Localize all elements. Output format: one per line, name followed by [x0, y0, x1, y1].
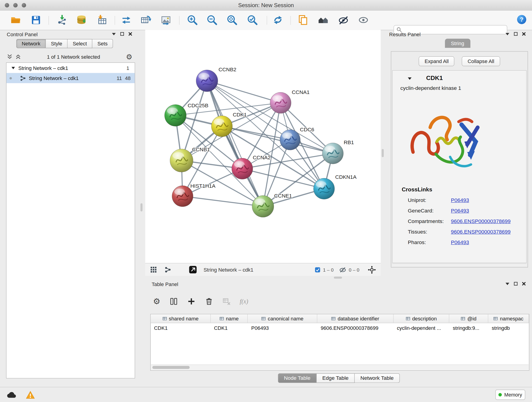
crosslink-link[interactable]: 9606.ENSP00000378699 — [451, 218, 510, 224]
splitter-handle[interactable] — [382, 149, 384, 157]
float-panel-icon[interactable] — [120, 32, 124, 36]
grid-view-icon[interactable] — [150, 267, 157, 273]
expand-all-icon[interactable] — [15, 54, 21, 59]
crosslink-link[interactable]: P06493 — [451, 197, 469, 203]
tree-expander-icon[interactable] — [11, 66, 15, 70]
column-header-canonical-name[interactable]: canonical name — [248, 314, 317, 323]
import-network-file-button[interactable] — [56, 14, 67, 26]
network-node-CCNB1[interactable] — [170, 149, 193, 172]
network-share-icon[interactable] — [165, 267, 171, 273]
cloud-status-button[interactable] — [5, 390, 18, 400]
panel-menu-icon[interactable] — [505, 282, 510, 286]
pan-crosshair-icon[interactable] — [368, 266, 376, 274]
warnings-button[interactable] — [24, 390, 37, 400]
column-header-database-identifier[interactable]: database identifier — [317, 314, 394, 323]
results-scrollbar[interactable] — [392, 263, 526, 266]
add-column-icon[interactable] — [187, 297, 196, 306]
network-node-CDC6[interactable] — [280, 130, 300, 150]
table-cell[interactable]: CDK1 — [210, 325, 248, 331]
close-panel-icon[interactable] — [522, 32, 526, 36]
network-collection-row[interactable]: String Network – cdk1 1 — [6, 63, 135, 73]
import-table-file-button[interactable] — [96, 14, 108, 26]
zoom-out-button[interactable] — [206, 14, 218, 26]
collapse-all-icon[interactable] — [7, 54, 13, 59]
save-session-button[interactable] — [30, 14, 42, 26]
column-header--id[interactable]: @id — [449, 314, 488, 323]
table-hscrollbar[interactable] — [151, 364, 529, 370]
hidden-eye-slash-icon[interactable] — [339, 267, 346, 273]
show-columns-icon[interactable] — [169, 297, 178, 306]
tab-node-table[interactable]: Node Table — [278, 373, 317, 383]
function-builder-button[interactable]: f(x) — [240, 298, 248, 305]
network-graph[interactable]: CCNB2CCNA1CDC25BCDK1CDC6RB1CCNB1CCNA2CDK… — [145, 30, 381, 263]
crosslink-link[interactable]: P06493 — [451, 208, 469, 214]
tab-string[interactable]: String — [445, 39, 470, 48]
network-node-CCNE1[interactable] — [252, 196, 274, 217]
network-node-CCNB2[interactable] — [196, 70, 218, 92]
network-node-CCNA2[interactable] — [232, 158, 253, 179]
network-node-RB1[interactable] — [322, 143, 343, 164]
panel-menu-icon[interactable] — [112, 32, 116, 36]
float-panel-icon[interactable] — [514, 32, 518, 36]
network-node-CDC25B[interactable] — [165, 104, 186, 126]
export-table-button[interactable] — [140, 14, 152, 26]
tab-network[interactable]: Network — [16, 39, 46, 48]
network-edge[interactable] — [207, 81, 280, 103]
table-options-gear-icon[interactable]: ⚙ — [153, 297, 160, 306]
memory-button[interactable]: Memory — [495, 390, 525, 400]
column-header-description[interactable]: description — [393, 314, 449, 323]
crosslink-link[interactable]: 9606.ENSP00000378699 — [451, 229, 510, 235]
home-button[interactable] — [317, 14, 329, 26]
tab-edge-table[interactable]: Edge Table — [317, 373, 355, 383]
crosslink-link[interactable]: P06493 — [451, 239, 469, 245]
network-edge[interactable] — [222, 126, 333, 153]
network-node-HIST1H1A[interactable] — [172, 186, 193, 207]
help-button[interactable]: ? — [516, 13, 527, 25]
open-session-button[interactable] — [10, 14, 21, 26]
close-panel-icon[interactable] — [522, 282, 526, 286]
network-node-CCNA1[interactable] — [270, 92, 291, 114]
network-canvas[interactable]: CCNB2CCNA1CDC25BCDK1CDC6RB1CCNB1CCNA2CDK… — [145, 30, 381, 263]
tab-network-table[interactable]: Network Table — [355, 373, 400, 383]
zoom-in-button[interactable] — [186, 14, 198, 26]
table-cell[interactable]: 9606.ENSP00000378699 — [317, 325, 394, 331]
splitter-handle[interactable] — [140, 203, 143, 211]
float-panel-icon[interactable] — [514, 282, 518, 286]
network-row-selected[interactable]: String Network – cdk1 11 48 — [6, 73, 135, 83]
gene-expander-icon[interactable] — [408, 77, 412, 80]
copy-document-button[interactable] — [297, 14, 309, 26]
network-edge[interactable] — [183, 196, 263, 206]
table-cell[interactable]: stringdb — [488, 325, 529, 331]
expand-all-button[interactable]: Expand All — [419, 56, 454, 66]
refresh-view-button[interactable] — [272, 14, 284, 26]
splitter-handle[interactable] — [334, 277, 342, 279]
network-node-CDK1[interactable] — [211, 116, 233, 137]
tab-sets[interactable]: Sets — [92, 39, 113, 48]
table-cell[interactable]: stringdb:9... — [449, 325, 488, 331]
export-image-button[interactable] — [160, 14, 172, 26]
zoom-fit-button[interactable] — [226, 14, 238, 26]
column-header-namespac[interactable]: namespac — [488, 314, 529, 323]
panel-menu-icon[interactable] — [505, 32, 510, 36]
delete-column-icon[interactable] — [204, 297, 213, 306]
network-node-CDKN1A[interactable] — [313, 178, 335, 199]
table-row[interactable]: CDK1CDK1P064939606.ENSP00000378699cyclin… — [151, 323, 529, 332]
column-header-shared-name[interactable]: shared name — [151, 314, 211, 323]
scrollbar-thumb[interactable] — [152, 366, 190, 369]
table-cell[interactable]: CDK1 — [151, 325, 211, 331]
tab-select[interactable]: Select — [68, 39, 92, 48]
hide-elements-button[interactable] — [337, 14, 349, 26]
selected-checkbox-icon[interactable] — [315, 267, 320, 273]
birdseye-toggle-icon[interactable] — [189, 266, 197, 274]
zoom-selected-button[interactable] — [247, 14, 258, 26]
show-elements-button[interactable] — [358, 14, 369, 26]
column-header-name[interactable]: name — [210, 314, 248, 323]
network-options-gear-icon[interactable]: ⚙ — [126, 53, 133, 60]
tab-style[interactable]: Style — [46, 39, 68, 48]
table-cell[interactable]: P06493 — [248, 325, 317, 331]
import-network-database-button[interactable] — [76, 14, 87, 26]
table-cell[interactable]: cyclin-dependent ... — [393, 325, 449, 331]
transfer-network-button[interactable] — [120, 14, 132, 26]
close-panel-icon[interactable] — [128, 32, 133, 36]
collapse-all-button[interactable]: Collapse All — [462, 56, 500, 66]
